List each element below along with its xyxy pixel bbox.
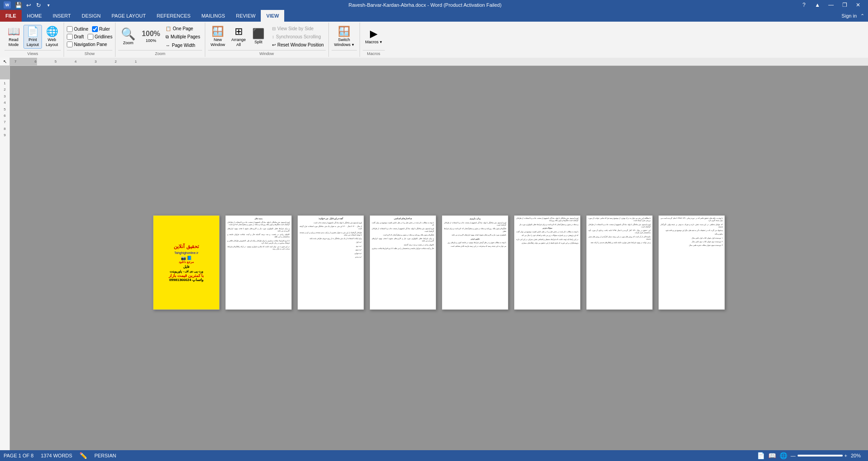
outline-checkbox[interactable]: Outline bbox=[67, 26, 88, 32]
ad-title: تحقیق آنلاین bbox=[174, 244, 199, 249]
restore-button[interactable]: ❐ bbox=[838, 1, 851, 9]
switch-windows-icon: 🪟 bbox=[338, 27, 350, 37]
page-6-content: لورم ایپسوم متن ساختگی با تولید سادگی نا… bbox=[514, 216, 580, 248]
customize-qat-button[interactable]: ▾ bbox=[44, 1, 52, 9]
tab-home[interactable]: HOME bbox=[22, 10, 47, 22]
multiple-pages-button[interactable]: ⧉ Multiple Pages bbox=[164, 33, 202, 41]
outline-checkbox-input[interactable] bbox=[67, 26, 73, 32]
web-view-btn[interactable]: 🌐 bbox=[780, 452, 787, 459]
switch-windows-content: 🪟 SwitchWindows ▾ bbox=[332, 23, 357, 50]
horizontal-ruler: ↖ 7 6 5 4 3 2 1 bbox=[0, 58, 868, 66]
print-layout-button[interactable]: 📄 PrintLayout bbox=[23, 25, 42, 49]
read-mode-label: ReadMode bbox=[9, 37, 19, 47]
print-view-btn[interactable]: 📄 bbox=[757, 452, 765, 459]
draft-checkbox[interactable]: Draft bbox=[67, 33, 84, 40]
views-buttons: 📖 ReadMode 📄 PrintLayout 🌐 WebLayout bbox=[5, 23, 61, 50]
tab-review[interactable]: REVIEW bbox=[231, 10, 261, 22]
reset-window-button[interactable]: ↩ Reset Window Position bbox=[270, 41, 326, 48]
zoom-options: 📋 One Page ⧉ Multiple Pages ↔ Page Width bbox=[164, 25, 202, 49]
sync-scroll-button[interactable]: ↕ Synchronous Scrolling bbox=[270, 33, 326, 40]
reset-window-icon: ↩ bbox=[272, 42, 276, 47]
outline-label: Outline bbox=[74, 27, 88, 32]
window-title: Ravesh-Barvar-Kardan-Abrha.docx - Word (… bbox=[52, 2, 798, 8]
ribbon-expand-icon[interactable]: ⌃ bbox=[860, 13, 864, 19]
macros-icon: ▶ bbox=[370, 29, 378, 39]
close-button[interactable]: ✕ bbox=[852, 1, 864, 9]
minimize-button[interactable]: — bbox=[825, 1, 837, 9]
page-2-content: بسمه تعالی لورم ایپسوم متن ساختگی با تول… bbox=[226, 216, 291, 254]
web-layout-button[interactable]: 🌐 WebLayout bbox=[43, 25, 61, 49]
page-thumb-5: ربان باربری لورم ایپسوم متن ساختگی با تو… bbox=[442, 215, 508, 310]
nav-pane-checkbox[interactable]: Navigation Pane bbox=[67, 41, 107, 48]
page-width-button[interactable]: ↔ Page Width bbox=[164, 42, 202, 49]
read-mode-button[interactable]: 📖 ReadMode bbox=[5, 25, 23, 49]
redo-button[interactable]: ↻ bbox=[34, 1, 42, 9]
split-icon: ⬛ bbox=[252, 29, 264, 39]
tab-references[interactable]: REFERENCES bbox=[151, 10, 196, 22]
split-button[interactable]: ⬛ Split bbox=[249, 28, 268, 46]
page-width-icon: ↔ bbox=[166, 43, 170, 48]
multiple-pages-label: Multiple Pages bbox=[171, 34, 200, 39]
multiple-pages-icon: ⧉ bbox=[166, 34, 169, 40]
zoom-in-btn[interactable]: + bbox=[845, 453, 847, 458]
page-thumb-2: بسمه تعالی لورم ایپسوم متن ساختگی با تول… bbox=[225, 215, 292, 310]
ribbon-content: 📖 ReadMode 📄 PrintLayout 🌐 WebLayout Vie… bbox=[0, 22, 868, 58]
tab-design[interactable]: DESIGN bbox=[76, 10, 106, 22]
tab-mailings[interactable]: MAILINGS bbox=[196, 10, 231, 22]
language: PERSIAN bbox=[94, 453, 116, 458]
pages-container: تحقیق آنلاین Tahghighonline.ir 📷 📘 مرجع … bbox=[153, 215, 725, 310]
main-area: 123456789 تحقیق آنلاین Tahghighonline.ir… bbox=[0, 66, 868, 450]
gridlines-checkbox[interactable]: Gridlines bbox=[88, 33, 112, 40]
edit-mode-icon: ✏️ bbox=[79, 452, 87, 459]
ruler-checkbox[interactable]: Ruler bbox=[92, 26, 110, 32]
page-thumb-8: با توجه به یافته های تحقیق حاضر که در دو… bbox=[658, 215, 725, 310]
tab-insert[interactable]: INSERT bbox=[47, 10, 76, 22]
zoom-out-btn[interactable]: — bbox=[791, 453, 796, 458]
ad-phone: 09981366624 واتساپ bbox=[169, 278, 203, 282]
page-4-content: ساختارهای اساسی با توجه به مطالب ذکر شده… bbox=[370, 216, 436, 253]
tab-file[interactable]: FILE bbox=[0, 10, 22, 22]
zoom-slider[interactable] bbox=[798, 455, 843, 456]
zoom-button[interactable]: 🔍 Zoom bbox=[118, 27, 138, 47]
status-left: PAGE 1 OF 8 1374 WORDS ✏️ PERSIAN bbox=[4, 452, 116, 459]
ruler-checkbox-input[interactable] bbox=[92, 26, 98, 32]
tab-view[interactable]: VIEW bbox=[261, 10, 284, 22]
reset-window-label: Reset Window Position bbox=[277, 42, 324, 47]
page-width-label: Page Width bbox=[172, 43, 195, 48]
vertical-ruler: 123456789 bbox=[0, 66, 10, 450]
read-view-btn[interactable]: 📖 bbox=[768, 452, 776, 459]
ad-url: Tahghighonline.ir bbox=[175, 251, 199, 254]
zoom-level[interactable]: 20% bbox=[851, 453, 864, 458]
page-info: PAGE 1 OF 8 bbox=[4, 453, 33, 458]
ruler-markers: 7 6 5 4 3 2 1 bbox=[14, 60, 155, 64]
zoom-icon: 🔍 bbox=[121, 28, 135, 40]
new-window-icon: 🪟 bbox=[212, 27, 224, 37]
macros-button[interactable]: ▶ Macros ▾ bbox=[363, 28, 385, 46]
ruler-corner[interactable]: ↖ bbox=[0, 58, 10, 66]
view-side-by-side-button[interactable]: ⊟ View Side by Side bbox=[270, 25, 326, 32]
draft-checkbox-input[interactable] bbox=[67, 34, 73, 40]
save-button[interactable]: 💾 bbox=[14, 1, 23, 9]
document-area: تحقیق آنلاین Tahghighonline.ir 📷 📘 مرجع … bbox=[10, 66, 868, 450]
print-layout-icon: 📄 bbox=[27, 27, 39, 37]
title-bar-left: W 💾 ↩ ↻ ▾ bbox=[4, 1, 52, 9]
nav-pane-checkbox-input[interactable] bbox=[67, 41, 73, 47]
title-bar: W 💾 ↩ ↻ ▾ Ravesh-Barvar-Kardan-Abrha.doc… bbox=[0, 0, 868, 10]
switch-windows-button[interactable]: 🪟 SwitchWindows ▾ bbox=[332, 25, 357, 49]
window-buttons: 🪟 NewWindow ⊞ ArrangeAll ⬛ Split ⊟ View … bbox=[208, 23, 326, 50]
help-button[interactable]: ? bbox=[798, 1, 810, 9]
tab-page-layout[interactable]: PAGE LAYOUT bbox=[106, 10, 151, 22]
one-page-button[interactable]: 📋 One Page bbox=[164, 25, 202, 32]
new-window-button[interactable]: 🪟 NewWindow bbox=[208, 25, 228, 49]
zoom-100-button[interactable]: 100% 100% bbox=[139, 29, 163, 45]
zoom-slider-fill bbox=[798, 455, 811, 456]
undo-button[interactable]: ↩ bbox=[24, 1, 32, 9]
gridlines-checkbox-input[interactable] bbox=[88, 34, 93, 40]
ribbon-collapse-button[interactable]: ▲ bbox=[811, 1, 824, 9]
page-5-content: ربان باربری لورم ایپسوم متن ساختگی با تو… bbox=[442, 216, 508, 251]
arrange-all-button[interactable]: ⊞ ArrangeAll bbox=[229, 25, 249, 49]
sign-in-link[interactable]: Sign in bbox=[841, 13, 857, 18]
macros-group-label: Macros bbox=[363, 50, 385, 56]
ribbon-group-window: 🪟 NewWindow ⊞ ArrangeAll ⬛ Split ⊟ View … bbox=[205, 23, 329, 57]
zoom-group-label: Zoom bbox=[118, 50, 202, 56]
